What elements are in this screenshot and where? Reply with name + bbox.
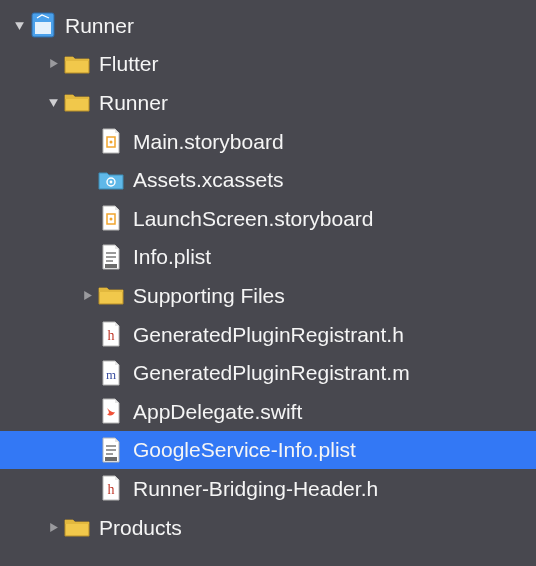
disclosure-triangle-collapsed-icon[interactable] <box>44 58 62 69</box>
tree-label: Runner <box>99 92 168 113</box>
svg-marker-4 <box>49 99 58 107</box>
tree-row-file-googleservice-plist[interactable]: GoogleService-Info.plist <box>0 431 536 470</box>
tree-row-project-runner[interactable]: Runner <box>0 6 536 45</box>
xcode-project-icon <box>30 12 56 38</box>
svg-text:h: h <box>108 482 115 497</box>
svg-marker-0 <box>15 22 24 30</box>
svg-marker-3 <box>50 59 58 68</box>
disclosure-triangle-collapsed-icon[interactable] <box>44 522 62 533</box>
svg-rect-19 <box>106 449 116 451</box>
plist-file-icon <box>98 244 124 270</box>
tree-row-folder-supporting-files[interactable]: Supporting Files <box>0 276 536 315</box>
tree-row-file-registrant-m[interactable]: m GeneratedPluginRegistrant.m <box>0 353 536 392</box>
tree-label: Products <box>99 517 182 538</box>
tree-label: Supporting Files <box>133 285 285 306</box>
svg-text:m: m <box>106 367 116 382</box>
swift-file-icon <box>98 398 124 424</box>
disclosure-triangle-expanded-icon[interactable] <box>44 97 62 108</box>
tree-label: Runner-Bridging-Header.h <box>133 478 378 499</box>
tree-row-file-launchscreen-storyboard[interactable]: LaunchScreen.storyboard <box>0 199 536 238</box>
tree-label: Flutter <box>99 53 159 74</box>
tree-row-file-info-plist[interactable]: Info.plist <box>0 238 536 277</box>
svg-rect-18 <box>106 445 116 447</box>
folder-icon <box>64 91 90 113</box>
header-file-icon: h <box>98 475 124 501</box>
tree-row-folder-flutter[interactable]: Flutter <box>0 45 536 84</box>
tree-label: Main.storyboard <box>133 131 284 152</box>
tree-label: AppDelegate.swift <box>133 401 302 422</box>
header-file-icon: h <box>98 321 124 347</box>
tree-row-file-bridging-header[interactable]: h Runner-Bridging-Header.h <box>0 469 536 508</box>
tree-label: LaunchScreen.storyboard <box>133 208 374 229</box>
storyboard-file-icon <box>98 128 124 154</box>
tree-label: GeneratedPluginRegistrant.h <box>133 324 404 345</box>
folder-icon <box>64 53 90 75</box>
tree-row-file-registrant-h[interactable]: h GeneratedPluginRegistrant.h <box>0 315 536 354</box>
svg-marker-23 <box>50 523 58 532</box>
svg-point-10 <box>110 218 113 221</box>
implementation-file-icon: m <box>98 360 124 386</box>
svg-rect-21 <box>105 457 117 461</box>
tree-label: Runner <box>65 15 134 36</box>
folder-icon <box>98 284 124 306</box>
svg-point-8 <box>110 180 113 183</box>
svg-point-6 <box>110 141 113 144</box>
svg-rect-20 <box>106 453 113 455</box>
project-navigator-tree[interactable]: Runner Flutter Runner <box>0 0 536 546</box>
svg-marker-15 <box>84 291 92 300</box>
svg-text:h: h <box>108 328 115 343</box>
svg-rect-12 <box>106 256 116 258</box>
tree-label: GoogleService-Info.plist <box>133 439 356 460</box>
tree-row-folder-products[interactable]: Products <box>0 508 536 547</box>
asset-catalog-icon <box>98 169 124 191</box>
plist-file-icon <box>98 437 124 463</box>
tree-label: Info.plist <box>133 246 211 267</box>
svg-rect-11 <box>106 252 116 254</box>
disclosure-triangle-collapsed-icon[interactable] <box>78 290 96 301</box>
tree-label: GeneratedPluginRegistrant.m <box>133 362 410 383</box>
tree-row-file-main-storyboard[interactable]: Main.storyboard <box>0 122 536 161</box>
storyboard-file-icon <box>98 205 124 231</box>
tree-row-folder-runner[interactable]: Runner <box>0 83 536 122</box>
svg-rect-13 <box>106 260 113 262</box>
tree-row-file-assets[interactable]: Assets.xcassets <box>0 160 536 199</box>
folder-icon <box>64 516 90 538</box>
tree-label: Assets.xcassets <box>133 169 284 190</box>
svg-rect-14 <box>105 264 117 268</box>
disclosure-triangle-expanded-icon[interactable] <box>10 20 28 31</box>
svg-rect-2 <box>35 22 51 34</box>
tree-row-file-appdelegate-swift[interactable]: AppDelegate.swift <box>0 392 536 431</box>
